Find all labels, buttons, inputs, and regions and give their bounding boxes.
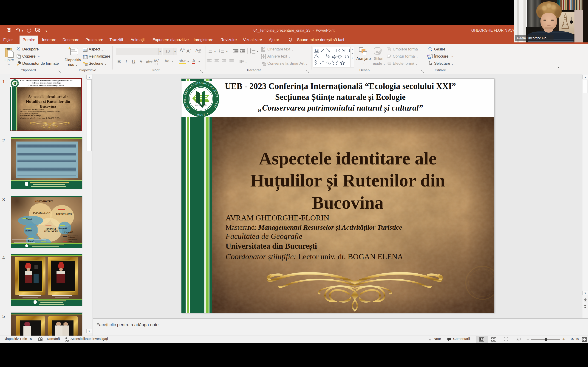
svg-text:ac: ac (428, 56, 431, 59)
svg-text:A: A (195, 48, 198, 53)
svg-text:A: A (315, 49, 316, 52)
svg-text:Quae seris, metes: Quae seris, metes (195, 104, 207, 106)
svg-text:A: A (263, 47, 265, 50)
svg-text:3: 3 (219, 52, 220, 53)
